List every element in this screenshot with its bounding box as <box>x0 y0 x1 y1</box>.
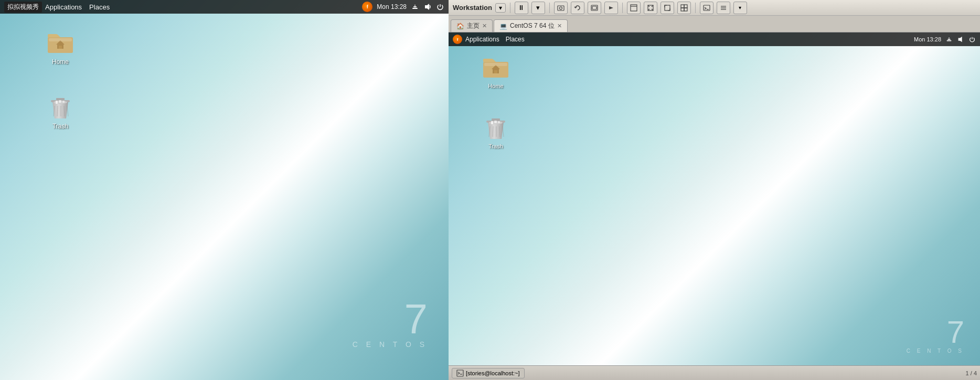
virt-title: Workstation <box>453 4 492 12</box>
svg-rect-36 <box>681 8 684 11</box>
right-panel: Workstation ▾ ⏸ ▾ <box>449 0 980 380</box>
view-scale-button[interactable] <box>644 2 657 14</box>
left-topbar: 拟拟视频秀 Applications Places f Mon 13:28 <box>0 0 449 14</box>
svg-line-58 <box>503 126 504 137</box>
tab-home-label: 主页 <box>467 21 480 30</box>
inner-centos-watermark: 7 C E N T O S <box>907 317 964 354</box>
tab-centos-close[interactable]: ✕ <box>557 23 562 29</box>
centos-version-number: 7 <box>353 298 428 340</box>
svg-rect-61 <box>494 121 497 123</box>
power-icon[interactable] <box>436 3 444 11</box>
more-button[interactable] <box>717 2 730 14</box>
inner-bottombar: [stories@localhost:~] 1 / 4 <box>449 365 980 380</box>
terminal-icon <box>456 370 464 377</box>
inner-volume-icon <box>957 36 964 43</box>
inner-home-label: Home <box>488 83 503 89</box>
fedora-logo-icon: f <box>362 2 372 12</box>
trash-label: Trash <box>52 123 68 130</box>
inner-places-menu[interactable]: Places <box>506 36 525 43</box>
svg-rect-19 <box>59 100 61 103</box>
view-normal-icon <box>630 4 637 12</box>
inner-desktop: f Applications Places Mon 13:28 <box>449 32 980 380</box>
svg-marker-3 <box>425 4 429 10</box>
view-scale-icon <box>647 4 654 12</box>
vm-screen[interactable]: f Applications Places Mon 13:28 <box>449 32 980 380</box>
inner-home-icon[interactable]: Home <box>475 53 517 89</box>
svg-rect-32 <box>665 5 670 10</box>
snapshot-button[interactable] <box>588 2 601 14</box>
home-tab-icon: 🏠 <box>456 23 464 30</box>
applications-menu[interactable]: Applications <box>45 3 82 11</box>
svg-rect-0 <box>412 8 418 9</box>
svg-rect-50 <box>494 70 497 73</box>
console-button[interactable] <box>700 2 713 14</box>
screenshot-button[interactable] <box>554 2 568 14</box>
svg-rect-2 <box>414 5 416 6</box>
inner-fedora-logo: f <box>453 35 462 44</box>
svg-rect-20 <box>62 101 65 103</box>
revert-button[interactable] <box>571 2 584 14</box>
svg-rect-33 <box>681 5 684 8</box>
home-icon[interactable]: Home <box>39 29 81 66</box>
svg-line-16 <box>67 106 68 116</box>
virt-titlebar: Workstation ▾ ⏸ ▾ <box>449 0 980 16</box>
view-resize2-button[interactable] <box>677 2 691 14</box>
inner-topbar: f Applications Places Mon 13:28 <box>449 32 980 46</box>
inner-applications-menu[interactable]: Applications <box>465 36 499 43</box>
view-normal-button[interactable] <box>627 2 641 14</box>
toolbar-sep-1 <box>510 3 510 13</box>
svg-rect-35 <box>684 5 687 8</box>
snapshot-icon <box>591 4 598 12</box>
pause-dropdown[interactable]: ▾ <box>531 2 545 14</box>
more-dropdown[interactable]: ▾ <box>733 2 747 14</box>
tab-home[interactable]: 🏠 主页 ✕ <box>451 19 493 32</box>
svg-rect-24 <box>592 6 596 9</box>
terminal-button[interactable]: [stories@localhost:~] <box>452 368 525 378</box>
toolbar-sep-3 <box>622 3 623 13</box>
svg-rect-11 <box>56 98 65 100</box>
trash-bin-icon <box>47 93 74 121</box>
page-counter: 1 / 4 <box>966 370 977 376</box>
svg-rect-25 <box>631 5 637 11</box>
tab-home-close[interactable]: ✕ <box>482 23 487 29</box>
console-icon <box>703 4 710 12</box>
inner-trash-icon[interactable]: Trash <box>475 114 517 149</box>
tab-centos[interactable]: 💻 CentOS 7 64 位 ✕ <box>494 19 568 32</box>
view-resize-button[interactable] <box>661 2 674 14</box>
screenshot-icon <box>557 4 564 12</box>
centos-text: C E N T O S <box>353 340 428 349</box>
left-desktop: 拟拟视频秀 Applications Places f Mon 13:28 <box>0 0 449 380</box>
svg-rect-42 <box>947 40 952 41</box>
time-display: Mon 13:28 <box>377 3 407 10</box>
svg-rect-18 <box>56 101 58 104</box>
toolbar-sep-4 <box>695 3 696 13</box>
trash-icon[interactable]: Trash <box>39 93 81 130</box>
svg-rect-51 <box>484 63 507 66</box>
workstation-dropdown[interactable]: ▾ <box>495 3 506 13</box>
inner-centos-version: 7 <box>907 317 964 348</box>
toolbar-sep-2 <box>549 3 550 13</box>
svg-rect-8 <box>59 46 62 49</box>
network-icon <box>411 3 419 11</box>
inner-trash-label: Trash <box>488 143 503 149</box>
svg-marker-45 <box>958 37 962 42</box>
svg-rect-43 <box>947 39 950 40</box>
svg-rect-34 <box>684 8 687 11</box>
svg-point-22 <box>559 7 562 9</box>
inner-home-folder-icon <box>482 53 509 81</box>
revert-icon <box>574 4 581 12</box>
tab-centos-label: CentOS 7 64 位 <box>510 21 555 30</box>
inner-time-display: Mon 13:28 <box>914 36 941 42</box>
inner-power-icon[interactable] <box>968 36 976 43</box>
view-resize-icon <box>664 4 671 12</box>
pause-button[interactable]: ⏸ <box>515 2 528 14</box>
places-menu[interactable]: Places <box>89 3 110 11</box>
more-icon <box>720 4 727 12</box>
migrate-button[interactable] <box>604 2 618 14</box>
home-folder-icon <box>47 29 74 56</box>
svg-rect-9 <box>49 38 72 41</box>
inner-network-icon <box>945 36 953 43</box>
svg-rect-62 <box>498 121 500 123</box>
centos-tab-icon: 💻 <box>499 23 507 30</box>
migrate-icon <box>608 4 615 12</box>
